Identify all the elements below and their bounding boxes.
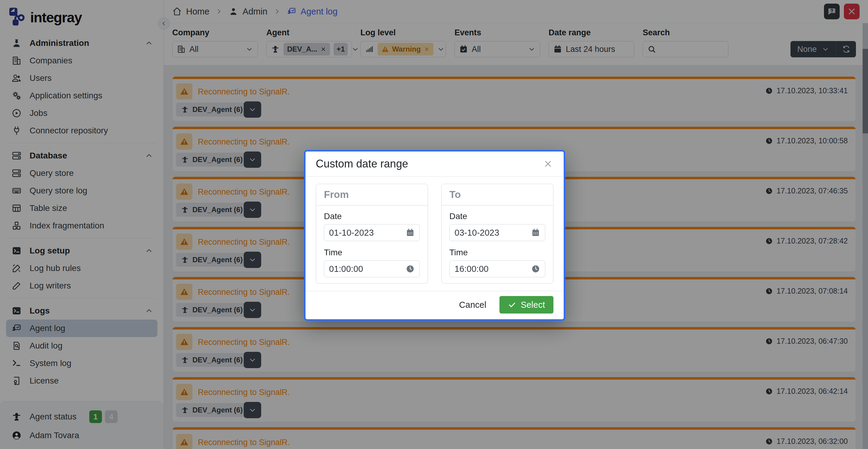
from-header: From	[316, 184, 428, 206]
to-date-input[interactable]: 03-10-2023	[450, 224, 545, 241]
select-button[interactable]: Select	[499, 296, 553, 313]
close-icon	[542, 158, 553, 169]
dialog-footer: Cancel Select	[306, 291, 564, 320]
dialog-body: From Date 01-10-2023 Time 01:00:00 To Da…	[306, 177, 564, 291]
check-icon	[508, 301, 516, 309]
to-date-label: Date	[450, 212, 545, 221]
dialog-title: Custom date range	[316, 157, 408, 170]
custom-date-range-dialog: Custom date range From Date 01-10-2023 T…	[304, 150, 565, 321]
calendar-icon[interactable]	[406, 228, 415, 237]
to-panel: To Date 03-10-2023 Time 16:00:00	[441, 184, 553, 283]
from-panel: From Date 01-10-2023 Time 01:00:00	[316, 184, 428, 283]
from-time-input[interactable]: 01:00:00	[324, 261, 420, 277]
clock-icon[interactable]	[531, 264, 540, 273]
from-time-label: Time	[324, 248, 420, 258]
to-header: To	[441, 184, 553, 206]
from-date-input[interactable]: 01-10-2023	[324, 224, 420, 241]
clock-icon[interactable]	[406, 264, 415, 273]
to-time-input[interactable]: 16:00:00	[450, 261, 545, 277]
dialog-close-button[interactable]	[542, 158, 553, 169]
calendar-icon[interactable]	[531, 228, 540, 237]
dialog-header: Custom date range	[306, 151, 564, 177]
to-time-label: Time	[450, 248, 545, 258]
from-date-label: Date	[324, 212, 420, 221]
cancel-button[interactable]: Cancel	[459, 300, 486, 310]
